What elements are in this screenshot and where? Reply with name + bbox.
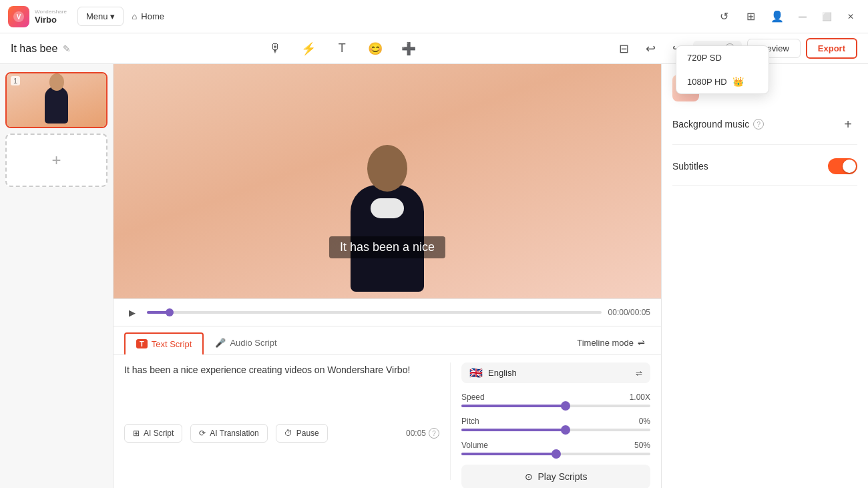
emoji-icon[interactable]: 😊 (365, 38, 386, 59)
export-720-option[interactable]: 720P SD (676, 46, 769, 69)
home-icon: ⌂ (132, 11, 137, 21)
script-tabs: T Text Script 🎤 Audio Script Timeline mo… (114, 326, 661, 354)
speed-value: 1.00X (630, 393, 650, 402)
play-scripts-icon: ⊙ (525, 471, 533, 482)
translate-icon: ⟳ (199, 429, 206, 438)
add-media-icon[interactable]: ➕ (398, 38, 419, 59)
text-icon[interactable]: T (331, 38, 353, 59)
crown-icon: 👑 (732, 76, 744, 87)
ai-script-icon: ⊞ (133, 429, 140, 438)
pause-icon: ⏱ (284, 429, 292, 438)
toggle-knob (843, 160, 856, 173)
script-text-area: It has been a nice experience creating v… (124, 362, 450, 480)
speed-slider-row: Speed 1.00X (461, 393, 650, 407)
main-layout: 1 + It has been a nice ▶ (0, 64, 868, 488)
speed-fill (461, 405, 566, 407)
maximize-button[interactable]: ⬜ (817, 7, 836, 26)
play-scripts-button[interactable]: ⊙ Play Scripts (461, 465, 650, 488)
audio-script-tab[interactable]: 🎤 Audio Script (204, 332, 288, 354)
script-text[interactable]: It has been a nice experience creating v… (124, 362, 439, 416)
language-flag: 🇬🇧 (469, 367, 483, 379)
script-area: T Text Script 🎤 Audio Script Timeline mo… (114, 326, 661, 488)
play-button[interactable]: ▶ (124, 304, 140, 320)
bg-music-help-icon[interactable]: ? (753, 119, 764, 130)
project-title: It has bee ✎ (11, 43, 71, 55)
pitch-value: 0% (639, 417, 650, 426)
volume-slider[interactable] (461, 453, 650, 455)
pitch-slider[interactable] (461, 429, 650, 431)
title-controls: ↺ ⊞ 👤 — ⬜ ✕ (713, 6, 860, 27)
timeline-arrows-icon: ⇌ (638, 338, 645, 348)
grid-icon[interactable]: ⊞ (740, 6, 761, 27)
script-content: It has been a nice experience creating v… (114, 354, 661, 488)
background-music-section: Background music ? + (672, 115, 857, 145)
right-panel: Backgroun... Background music ? + Subtit… (661, 64, 868, 488)
speed-slider[interactable] (461, 405, 650, 407)
background-music-label: Background music ? (672, 119, 764, 130)
edit-title-icon[interactable]: ✎ (63, 43, 71, 54)
subtitles-section: Subtitles (672, 158, 857, 186)
video-subtitle: It has been a nice (329, 236, 445, 258)
pitch-fill (461, 429, 566, 431)
export-dropdown: 720P SD 1080P HD 👑 (676, 45, 769, 94)
pitch-thumb[interactable] (561, 425, 570, 435)
pause-button[interactable]: ⏱ Pause (276, 424, 328, 443)
speed-thumb[interactable] (561, 401, 570, 411)
svg-text:V: V (17, 13, 21, 21)
ai-translation-button[interactable]: ⟳ AI Translation (190, 424, 267, 443)
pitch-label: Pitch (461, 417, 479, 426)
center-panel: It has been a nice ▶ 00:00/00:05 T Text … (114, 64, 661, 488)
home-button[interactable]: ⌂ Home (124, 7, 172, 25)
pitch-slider-row: Pitch 0% (461, 417, 650, 431)
toolbar-center: 🎙 ⚡ T 😊 ➕ (264, 38, 419, 59)
volume-slider-row: Volume 50% (461, 441, 650, 455)
script-bottom-bar: ⊞ AI Script ⟳ AI Translation ⏱ Pause 0 (124, 416, 439, 443)
volume-fill (461, 453, 556, 455)
effects-icon[interactable]: ⚡ (298, 38, 319, 59)
language-selector[interactable]: 🇬🇧 English ⇌ (461, 362, 650, 383)
volume-thumb[interactable] (552, 449, 561, 459)
export-button[interactable]: Export (806, 38, 857, 59)
logo-area: V Wondershare Virbo (8, 6, 67, 27)
history-icon[interactable]: ↺ (713, 6, 734, 27)
user-icon[interactable]: 👤 (767, 6, 788, 27)
script-controls: 🇬🇧 English ⇌ Speed 1.00X (450, 362, 650, 480)
add-slide-button[interactable]: + (5, 134, 107, 187)
mic-icon: 🎤 (215, 338, 226, 348)
microphone-icon[interactable]: 🎙 (264, 38, 286, 59)
undo-icon[interactable]: ↩ (640, 38, 661, 59)
slide-item-1[interactable]: 1 (5, 72, 107, 128)
progress-thumb[interactable] (166, 308, 174, 316)
playback-bar: ▶ 00:00/00:05 (114, 298, 661, 326)
close-button[interactable]: ✕ (841, 7, 860, 26)
app-name: Virbo (35, 15, 67, 25)
timeline-mode-button[interactable]: Timeline mode ⇌ (572, 335, 650, 350)
video-preview: It has been a nice (114, 64, 661, 298)
title-bar: V Wondershare Virbo Menu ▾ ⌂ Home ↺ ⊞ 👤 … (0, 0, 868, 33)
app-logo-icon: V (8, 6, 29, 27)
video-person (314, 132, 461, 298)
volume-label: Volume (461, 441, 488, 450)
text-tab-icon: T (136, 339, 148, 348)
volume-value: 50% (634, 441, 650, 450)
export-1080-option[interactable]: 1080P HD 👑 (676, 69, 769, 93)
subtitles-toggle[interactable] (828, 158, 857, 174)
progress-bar[interactable] (147, 311, 602, 314)
speed-label: Speed (461, 393, 485, 402)
slide-number-1: 1 (11, 76, 20, 85)
time-counter: 00:00/00:05 (608, 308, 650, 317)
slide-thumbnail-1 (7, 73, 106, 127)
caption-icon[interactable]: ⊟ (613, 38, 634, 59)
add-music-button[interactable]: + (839, 115, 857, 134)
menu-button[interactable]: Menu ▾ (77, 7, 124, 26)
minimize-button[interactable]: — (793, 7, 812, 26)
company-name: Wondershare (35, 9, 67, 15)
language-arrows-icon: ⇌ (636, 369, 642, 378)
logo-text-area: Wondershare Virbo (35, 9, 67, 25)
duration-display: 00:05 ? (406, 428, 439, 439)
ai-script-button[interactable]: ⊞ AI Script (124, 424, 182, 443)
duration-help-icon[interactable]: ? (429, 428, 439, 439)
subtitles-label: Subtitles (672, 161, 708, 172)
slides-sidebar: 1 + (0, 64, 114, 488)
text-script-tab[interactable]: T Text Script (124, 332, 204, 354)
